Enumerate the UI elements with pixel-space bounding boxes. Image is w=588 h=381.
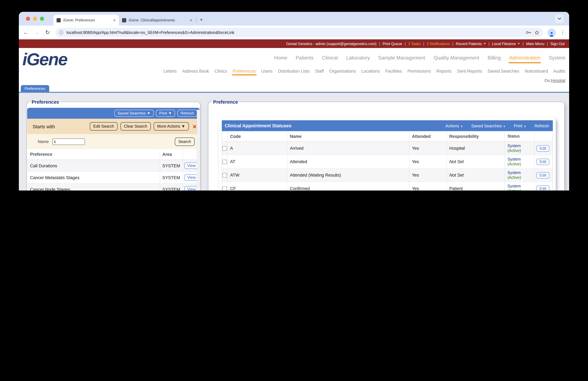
row-checkbox[interactable] [222,146,227,151]
utility-bar-item[interactable]: 2 Tasks | [408,42,427,45]
card-header-action[interactable]: Refresh [534,123,549,128]
filter-title: Starts with [33,124,55,129]
view-button[interactable]: View [184,186,199,190]
utility-bar-item-label: Genial Genetics - admin (support@genialg… [286,42,377,45]
nav-item[interactable]: Administration [509,55,540,61]
page-content: Preferences Saved Searches ▼ Print ▼ Ref… [19,93,569,190]
edit-button[interactable]: Edit [537,185,549,190]
row-checkbox[interactable] [222,159,227,164]
filter-button[interactable]: Clear Search [120,122,151,131]
preference-detail-legend: Preference [211,99,239,105]
utility-bar-item[interactable]: Print Queue | [382,42,408,45]
chevron-down-icon: ▼ [460,125,463,128]
nav-item[interactable]: Clinical [322,55,338,61]
status-active: (Active) [507,148,521,153]
zoom-window-button[interactable] [40,17,44,21]
card-header-action[interactable]: Print▼ [514,123,526,128]
edit-button[interactable]: Edit [537,158,549,165]
bookmark-star-icon[interactable] [535,30,539,35]
tab-close-icon[interactable]: × [113,18,116,22]
preferences-panel-legend: Preferences [30,99,61,105]
nav-item[interactable]: Reports [436,69,452,74]
name-input[interactable] [52,138,85,145]
tab-clinical-appointments[interactable]: iGene: ClinicalAppointments × [119,15,196,26]
ou-hospital-link[interactable]: Hospital [551,78,565,83]
password-key-icon[interactable] [526,31,531,34]
back-icon[interactable]: ← [23,29,29,36]
nav-item[interactable]: Preferences [233,69,256,74]
utility-bar-item[interactable]: Genial Genetics - admin (support@genialg… [286,42,382,45]
content-tab-preferences[interactable]: Preferences [21,85,49,92]
profile-avatar[interactable] [547,28,556,37]
nav-item[interactable]: Address Book [182,69,209,74]
nav-item[interactable]: Billing [487,55,501,61]
close-window-button[interactable] [26,17,30,21]
card-header-action[interactable]: Actions▼ [445,123,463,128]
code-cell: A [228,142,287,155]
address-bar[interactable]: ⓘ localhost:8080/App/App.html?null&local… [55,28,543,37]
col-header-checkbox [222,131,228,141]
toolbar-button[interactable]: Saved Searches ▼ [114,110,154,117]
edit-button[interactable]: Edit [537,172,549,178]
col-header-attended: Attended [409,131,447,141]
close-search-icon[interactable]: × [192,123,196,130]
minimize-window-button[interactable] [33,17,37,21]
reload-icon[interactable]: ↻ [44,29,51,36]
col-header-responsibility: Responsibility [447,131,505,141]
chevron-down-icon: ▼ [146,111,150,115]
edit-button[interactable]: Edit [537,145,549,152]
utility-bar-item[interactable]: Main Menu | [526,42,550,45]
nav-item[interactable]: Quality Management [434,55,479,61]
nav-item[interactable]: Audits [553,69,565,74]
nav-item[interactable]: System [549,55,565,61]
nav-item[interactable]: Distribution Lists [278,69,310,74]
utility-bar-item[interactable]: 2 Notifications | [427,42,456,45]
nav-item[interactable]: Laboratory [346,55,370,61]
tab-search-chevron-icon[interactable] [555,14,564,23]
card-header: Clinical Appointment Statuses Actions▼ S… [222,120,553,131]
nav-item[interactable]: Permissions [407,69,431,74]
row-checkbox[interactable] [222,186,227,190]
utility-bar-item-label: 2 Tasks [408,42,421,45]
new-tab-button[interactable]: + [200,17,203,23]
col-header-area: Area [160,149,183,160]
nav-item[interactable]: Home [274,55,287,61]
table-row: ATW Attended (Waiting Results) Yes Not S… [222,169,552,182]
tab-close-icon[interactable]: × [190,18,192,22]
statuses-table-header: Code Name Attended Responsibility Status [222,131,552,142]
browser-menu-icon[interactable]: ⋮ [560,29,565,36]
utility-bar-item[interactable]: Sign Out [550,42,565,45]
nav-item[interactable]: Noticeboard [525,69,548,74]
nav-item[interactable]: Locations [361,69,380,74]
row-checkbox[interactable] [222,173,227,177]
nav-item[interactable]: Saved Searches [487,69,519,74]
toolbar-button[interactable]: Refresh [177,110,197,117]
filter-button[interactable]: More Actions ▼ [154,122,189,131]
search-button[interactable]: Search [175,137,195,146]
card-header-action[interactable]: Saved Searches▼ [471,123,505,128]
utility-bar-item[interactable]: Recent Patients ▼ | [456,42,492,45]
col-header-preference: Preference [27,149,160,160]
filter-button[interactable]: Edit Search [90,122,117,131]
nav-item[interactable]: Sent Reports [457,69,482,74]
nav-item[interactable]: Patients [296,55,314,61]
nav-item[interactable]: Organisations [329,69,356,74]
utility-bar-item[interactable]: Local Filestore ▼ | [492,42,526,45]
panel-scrollbar[interactable] [197,110,200,190]
name-cell: Arrived [287,142,409,155]
tab-preferences[interactable]: iGene: Preferences × [53,15,119,26]
view-button[interactable]: View [184,174,199,181]
forward-icon[interactable]: → [34,29,40,36]
site-info-icon[interactable]: ⓘ [59,30,63,35]
nav-item[interactable]: Letters [164,69,177,74]
view-button[interactable]: View [184,162,199,169]
url-text[interactable]: localhost:8080/App/App.html?null&locale=… [66,30,523,35]
toolbar-button[interactable]: Print ▼ [156,110,175,117]
nav-item[interactable]: Facilities [385,69,402,74]
nav-item[interactable]: Staff [315,69,324,74]
nav-item[interactable]: Clinics [214,69,227,74]
nav-item[interactable]: Users [261,69,273,74]
window-controls [26,17,44,21]
browser-window: iGene: Preferences × iGene: ClinicalAppo… [19,12,569,190]
nav-item[interactable]: Sample Management [378,55,425,61]
